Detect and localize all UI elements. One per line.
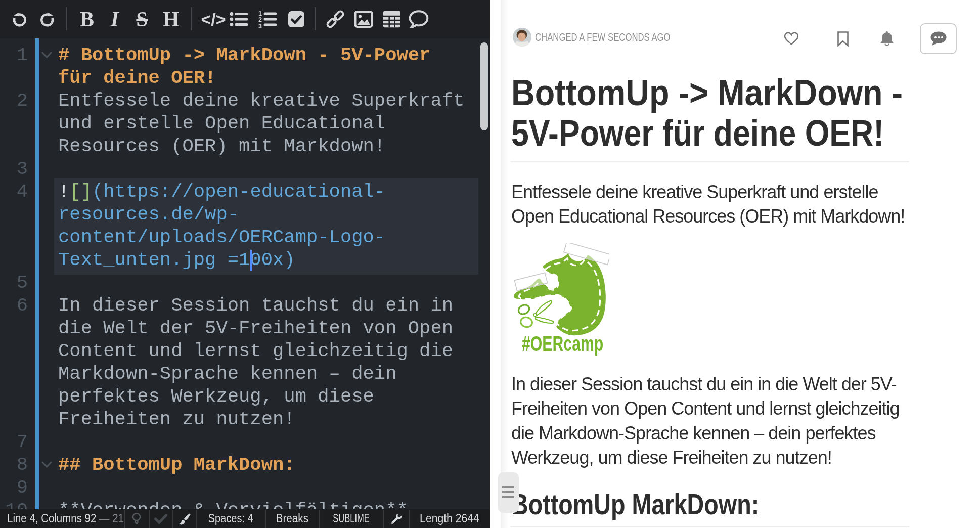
svg-text:3: 3 — [258, 23, 262, 29]
